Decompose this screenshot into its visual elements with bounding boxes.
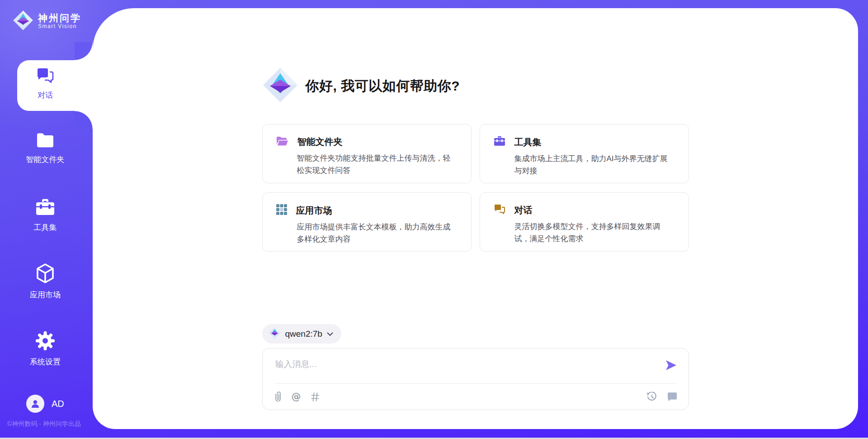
chevron-down-icon — [327, 330, 333, 338]
brand-name-cn: 神州问学 — [38, 13, 81, 24]
card-desc: 应用市场提供丰富长文本模板，助力高效生成多样化文章内容 — [297, 221, 458, 245]
message-input[interactable] — [263, 348, 656, 382]
chat-icon — [494, 204, 505, 216]
brand-logo: 神州问学 Smart Vision — [13, 10, 81, 33]
active-tab-bottom-curve — [75, 111, 93, 129]
hash-icon[interactable] — [311, 392, 319, 401]
card-app-market[interactable]: 应用市场 应用市场提供丰富长文本模板，助力高效生成多样化文章内容 — [262, 192, 472, 252]
feedback-icon[interactable] — [667, 392, 677, 401]
brand-diamond-icon — [262, 67, 298, 105]
grid-icon — [276, 204, 287, 217]
brand-diamond-icon — [13, 10, 33, 33]
message-composer: @ — [262, 348, 689, 410]
sidebar-item-chat[interactable]: 对话 — [0, 67, 90, 100]
send-button[interactable] — [664, 358, 678, 372]
sidebar-item-app-market[interactable]: 应用市场 — [0, 263, 90, 300]
sidebar-item-toolset[interactable]: 工具集 — [0, 198, 90, 233]
card-desc: 集成市场上主流工具，助力AI与外界无缝扩展与对接 — [514, 153, 675, 177]
card-title: 应用市场 — [296, 205, 332, 217]
sidebar-item-label: 智能文件夹 — [26, 154, 65, 165]
sidebar-item-label: 工具集 — [34, 222, 57, 233]
card-title: 工具集 — [514, 136, 542, 148]
card-desc: 灵活切换多模型文件，支持多样回复效果调试，满足个性化需求 — [514, 220, 675, 245]
card-smart-folder[interactable]: 智能文件夹 智能文件夹功能支持批量文件上传与清洗，轻松实现文件问答 — [262, 124, 472, 183]
sidebar-item-settings[interactable]: 系统设置 — [0, 331, 90, 367]
card-title: 对话 — [514, 204, 533, 216]
cube-icon — [35, 263, 55, 286]
active-tab-top-curve — [75, 42, 93, 60]
copyright-text: ©神州数码 · 神州问学出品 — [7, 420, 81, 428]
chat-icon — [36, 67, 55, 86]
sidebar-item-label: 系统设置 — [30, 357, 61, 367]
sidebar-item-label: 对话 — [38, 90, 53, 100]
greeting-title: 你好, 我可以如何帮助你? — [306, 77, 460, 95]
history-icon[interactable] — [646, 392, 657, 402]
card-toolset[interactable]: 工具集 集成市场上主流工具，助力AI与外界无缝扩展与对接 — [480, 124, 689, 183]
toolbox-icon — [35, 198, 55, 219]
sidebar: 神州问学 Smart Vision 对话 智能文件夹 — [0, 0, 93, 439]
attachment-icon[interactable] — [274, 391, 282, 402]
model-selector[interactable]: qwen2:7b — [262, 324, 341, 344]
main-panel: 你好, 我可以如何帮助你? 智能文件夹 智能文件夹功能支持批量文件上传与清洗，轻… — [93, 8, 858, 429]
mention-icon[interactable]: @ — [292, 392, 301, 401]
avatar — [26, 395, 44, 413]
feature-cards: 智能文件夹 智能文件夹功能支持批量文件上传与清洗，轻松实现文件问答 — [262, 124, 689, 252]
sidebar-item-label: 应用市场 — [30, 290, 61, 300]
greeting-block: 你好, 我可以如何帮助你? — [262, 67, 460, 105]
folder-icon — [35, 132, 55, 151]
toolbox-icon — [494, 136, 505, 148]
gear-icon — [35, 331, 55, 353]
card-desc: 智能文件夹功能支持批量文件上传与清洗，轻松实现文件问答 — [297, 152, 458, 177]
user-name: AD — [52, 399, 64, 409]
model-diamond-icon — [269, 327, 281, 341]
sidebar-item-smart-folder[interactable]: 智能文件夹 — [0, 132, 90, 165]
folder-open-icon — [276, 136, 288, 148]
brand-name-en: Smart Vision — [38, 24, 81, 30]
card-chat[interactable]: 对话 灵活切换多模型文件，支持多样回复效果调试，满足个性化需求 — [480, 192, 689, 252]
model-name: qwen2:7b — [285, 329, 322, 339]
card-title: 智能文件夹 — [297, 136, 343, 148]
user-profile[interactable]: AD — [26, 395, 64, 413]
